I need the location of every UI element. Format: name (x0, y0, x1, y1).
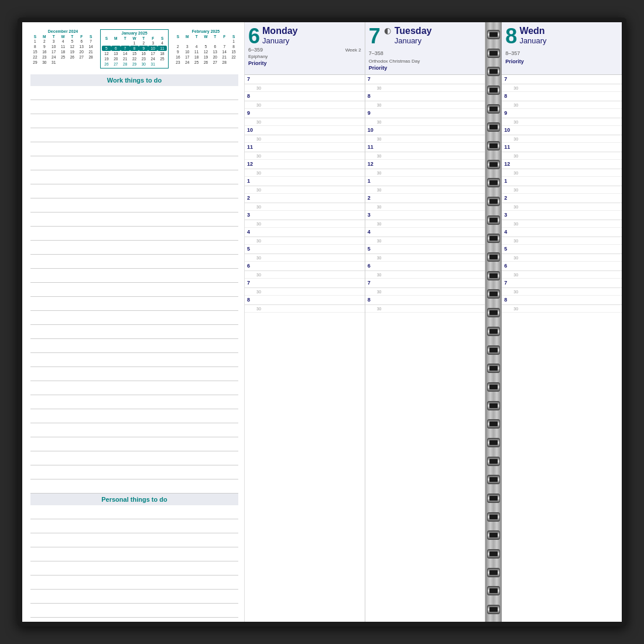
spiral-coil (487, 494, 500, 503)
december-grid: SMTWTFS 1234567 891011121314 15161718192… (30, 35, 95, 65)
work-lines (30, 86, 238, 494)
tuesday-number: 7 (369, 26, 381, 47)
spiral-coil (487, 475, 500, 484)
monday-sub: 6–359 (248, 47, 263, 53)
spiral-coil (487, 327, 500, 336)
spiral-coil (487, 438, 500, 447)
monday-column: 6 Monday January 6–359 Week 2 Epiphany P… (245, 22, 365, 622)
january-title: January 2025 (102, 31, 167, 35)
monday-number: 6 (248, 26, 260, 47)
monday-time-slots: 7 30 8 30 9 30 10 30 11 30 12 30 1 30 2 … (245, 75, 365, 622)
monday-header: 6 Monday January 6–359 Week 2 Epiphany P… (245, 22, 365, 75)
spiral-coil (487, 308, 500, 317)
spiral-coil (487, 549, 500, 559)
wednesday-number: 8 (505, 26, 517, 47)
tuesday-header: 7 ◐ Tuesday January 7–358 Orthodox Chris… (365, 22, 485, 75)
monday-name: Monday (262, 26, 297, 36)
tuesday-name: Tuesday (395, 26, 432, 36)
left-page: December 2024 SMTWTFS 1234567 8910111213… (22, 22, 245, 622)
work-section-header: Work things to do (30, 74, 238, 86)
spiral-coil (487, 364, 500, 373)
january-grid: SMTWTFS 1234 567891011 12131415161718 19… (102, 36, 167, 67)
wednesday-sub: 8–357 (505, 50, 520, 56)
personal-lines (30, 505, 238, 618)
spiral-coil (487, 457, 500, 466)
spiral-coil (487, 122, 500, 132)
spiral-coil (487, 178, 500, 187)
tuesday-holiday: Orthodox Christmas Day (369, 59, 482, 64)
spiral-coil (487, 234, 500, 243)
mini-cal-february: February 2025 SMTWTFS 1 2345678 91011121… (173, 29, 238, 68)
tuesday-column: 7 ◐ Tuesday January 7–358 Orthodox Chris… (365, 22, 486, 622)
february-grid: SMTWTFS 1 2345678 9101112131415 16171819… (173, 35, 238, 65)
spiral-coil (487, 568, 500, 577)
mini-cal-january: January 2025 SMTWTFS 1234 567891011 1213… (100, 29, 169, 68)
spiral-coil (487, 141, 500, 150)
wednesday-column: 8 Wedn January 8–357 Priority 7 30 (502, 22, 622, 622)
wednesday-header: 8 Wedn January 8–357 Priority (502, 22, 622, 75)
spiral-coil (487, 215, 500, 225)
moon-icon: ◐ (384, 26, 391, 35)
mini-calendars: December 2024 SMTWTFS 1234567 8910111213… (30, 29, 238, 68)
planner-cover: December 2024 SMTWTFS 1234567 8910111213… (18, 18, 626, 626)
spiral-coil (487, 605, 500, 614)
spiral-coil (487, 512, 500, 522)
monday-holiday: Epiphany (248, 54, 361, 59)
wednesday-month: January (519, 36, 546, 45)
right-pages: 6 Monday January 6–359 Week 2 Epiphany P… (245, 22, 622, 622)
spiral-coil (487, 345, 500, 355)
tuesday-priority: Priority (369, 65, 482, 71)
spiral-coil (487, 67, 500, 76)
tuesday-sub: 7–358 (369, 50, 383, 56)
wednesday-time-slots: 7 30 8 30 9 30 10 30 11 30 12 30 1 30 2 … (502, 75, 622, 622)
spiral-coil (487, 160, 500, 169)
personal-section-header: Personal things to do (30, 494, 238, 505)
monday-month: January (262, 36, 297, 45)
mini-cal-december: December 2024 SMTWTFS 1234567 8910111213… (30, 29, 95, 68)
spiral-coil (487, 197, 500, 206)
wednesday-priority: Priority (505, 59, 618, 64)
week-label: Week 2 (345, 47, 361, 53)
february-title: February 2025 (173, 29, 238, 33)
spiral-coil (487, 85, 500, 95)
spiral-coil (487, 104, 500, 114)
planner-inner: December 2024 SMTWTFS 1234567 8910111213… (22, 22, 622, 622)
december-title: December 2024 (30, 29, 95, 33)
spiral-coil (487, 401, 500, 410)
spiral-coil (487, 252, 500, 262)
spiral-coil (487, 289, 500, 299)
tuesday-time-slots: 7 30 8 30 9 30 10 30 11 30 12 30 1 30 2 … (365, 75, 485, 622)
spiral-coil (487, 49, 500, 58)
spiral-coil (487, 419, 500, 429)
monday-priority: Priority (248, 60, 361, 66)
wednesday-name: Wedn (519, 26, 546, 36)
spiral-coil (487, 586, 500, 595)
spiral-binding (485, 22, 502, 622)
spiral-coil (487, 530, 500, 540)
tuesday-month: January (395, 36, 432, 45)
spiral-coil (487, 30, 500, 39)
spiral-coil (487, 271, 500, 280)
spiral-coil (487, 382, 500, 392)
